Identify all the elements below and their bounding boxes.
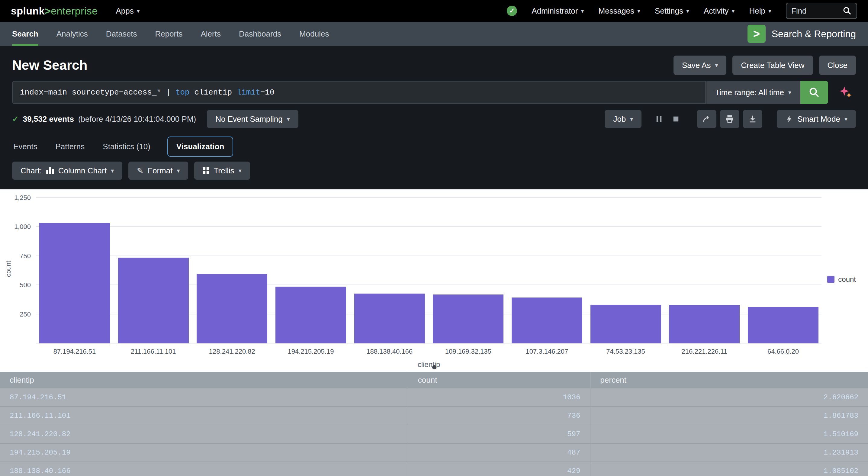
bar[interactable]: [512, 297, 582, 343]
tab-visualization[interactable]: Visualization: [167, 136, 233, 157]
chevron-down-icon: ▾: [844, 115, 847, 123]
bar[interactable]: [748, 307, 818, 343]
cell-clientip[interactable]: 128.241.220.82: [0, 425, 408, 443]
x-tick-label: 74.53.23.135: [590, 348, 661, 355]
event-sampling-button[interactable]: No Event Sampling ▾: [207, 110, 299, 128]
cell-percent[interactable]: 2.620662: [590, 388, 868, 407]
nav-item-search[interactable]: Search: [12, 22, 38, 46]
cell-count[interactable]: 429: [408, 462, 590, 476]
create-table-view-button[interactable]: Create Table View: [733, 56, 813, 75]
app-nav-bar: Search Analytics Datasets Reports Alerts…: [0, 22, 868, 46]
activity-menu[interactable]: Activity ▾: [704, 6, 735, 16]
column-header-count[interactable]: count: [408, 372, 590, 388]
query-text: clientip: [190, 88, 237, 97]
chevron-down-icon: ▾: [581, 7, 584, 14]
run-search-button[interactable]: [800, 81, 828, 104]
legend-item[interactable]: count: [827, 275, 856, 284]
event-sampling-label: No Event Sampling: [215, 115, 283, 124]
bar[interactable]: [433, 294, 503, 343]
bar[interactable]: [590, 305, 661, 343]
results-table-head-row: clientipcountpercent: [0, 372, 868, 388]
tab-patterns[interactable]: Patterns: [54, 137, 86, 156]
cell-clientip[interactable]: 188.138.40.166: [0, 462, 408, 476]
close-button[interactable]: Close: [819, 56, 856, 75]
find-search-box[interactable]: [786, 3, 857, 19]
nav-label: Reports: [155, 29, 182, 39]
search-mode-button[interactable]: Smart Mode ▾: [777, 110, 856, 128]
bar[interactable]: [118, 258, 189, 343]
legend-label: count: [838, 275, 856, 284]
share-job-button[interactable]: [697, 110, 716, 128]
cell-clientip[interactable]: 87.194.216.51: [0, 388, 408, 407]
search-icon: [809, 87, 820, 98]
splunk-logo[interactable]: splunk>enterprise: [11, 5, 98, 17]
table-row: 128.241.220.825971.510169: [0, 425, 868, 443]
download-icon: [748, 115, 757, 124]
tab-events[interactable]: Events: [12, 137, 39, 156]
chevron-down-icon: ▾: [287, 115, 290, 123]
column-header-percent[interactable]: percent: [590, 372, 868, 388]
cell-percent[interactable]: 1.085102: [590, 462, 868, 476]
stop-job-button[interactable]: [669, 110, 683, 128]
cell-percent[interactable]: 1.231913: [590, 443, 868, 462]
nav-item-dashboards[interactable]: Dashboards: [239, 22, 281, 46]
x-tick-label: 107.3.146.207: [512, 348, 582, 355]
find-input[interactable]: [791, 6, 839, 16]
cell-percent[interactable]: 1.861783: [590, 407, 868, 425]
nav-item-modules[interactable]: Modules: [299, 22, 329, 46]
nav-item-analytics[interactable]: Analytics: [57, 22, 88, 46]
cell-count[interactable]: 597: [408, 425, 590, 443]
nav-item-alerts[interactable]: Alerts: [200, 22, 220, 46]
cell-clientip[interactable]: 211.166.11.101: [0, 407, 408, 425]
app-identity[interactable]: > Search & Reporting: [747, 25, 856, 43]
page-header: New Search Save As ▾ Create Table View C…: [0, 46, 868, 81]
tab-statistics[interactable]: Statistics (10): [101, 137, 152, 156]
apps-menu[interactable]: Apps ▾: [116, 6, 140, 16]
legend[interactable]: count: [827, 275, 856, 284]
search-query-input[interactable]: index=main sourcetype=access_* | top cli…: [12, 81, 706, 104]
chart-type-label: Column Chart: [58, 166, 106, 176]
save-as-button[interactable]: Save As ▾: [674, 56, 726, 75]
pagination-dot[interactable]: [432, 365, 436, 370]
bolt-icon: [785, 115, 793, 123]
job-done-check-icon: ✓: [12, 115, 19, 124]
cell-count[interactable]: 736: [408, 407, 590, 425]
pause-job-button[interactable]: [652, 110, 665, 128]
bar[interactable]: [39, 223, 110, 343]
bar[interactable]: [196, 274, 267, 343]
search-icon[interactable]: [843, 6, 852, 15]
print-button[interactable]: [720, 110, 739, 128]
bar[interactable]: [669, 305, 740, 343]
table-row: 87.194.216.5110362.620662: [0, 388, 868, 407]
job-menu-button[interactable]: Job ▾: [604, 110, 642, 128]
format-label: Format: [148, 166, 173, 176]
cell-percent[interactable]: 1.510169: [590, 425, 868, 443]
nav-item-reports[interactable]: Reports: [155, 22, 182, 46]
column-header-clientip[interactable]: clientip: [0, 372, 408, 388]
chart-type-button[interactable]: Chart: Column Chart ▾: [12, 162, 122, 180]
cell-clientip[interactable]: 194.215.205.19: [0, 443, 408, 462]
help-label: Help: [749, 6, 765, 16]
close-label: Close: [828, 61, 847, 70]
format-button[interactable]: ✎ Format ▾: [128, 162, 188, 180]
nav-label: Analytics: [57, 29, 88, 39]
health-status-icon[interactable]: ✓: [507, 6, 517, 16]
messages-menu[interactable]: Messages ▾: [598, 6, 641, 16]
cell-count[interactable]: 1036: [408, 388, 590, 407]
trellis-label: Trellis: [214, 166, 234, 176]
bar[interactable]: [275, 287, 346, 343]
trellis-button[interactable]: Trellis ▾: [194, 162, 250, 180]
result-tabs: Events Patterns Statistics (10) Visualiz…: [0, 133, 868, 160]
export-button[interactable]: [743, 110, 762, 128]
help-menu[interactable]: Help ▾: [749, 6, 771, 16]
time-range-picker[interactable]: Time range: All time ▾: [706, 81, 800, 104]
save-as-label: Save As: [682, 61, 711, 70]
bar[interactable]: [354, 293, 425, 343]
administrator-menu[interactable]: Administrator ▾: [532, 6, 584, 16]
nav-item-datasets[interactable]: Datasets: [106, 22, 137, 46]
pencil-icon: ✎: [137, 166, 144, 176]
table-row: 194.215.205.194871.231913: [0, 443, 868, 462]
ai-assistant-button[interactable]: [835, 81, 856, 104]
cell-count[interactable]: 487: [408, 443, 590, 462]
settings-menu[interactable]: Settings ▾: [655, 6, 689, 16]
